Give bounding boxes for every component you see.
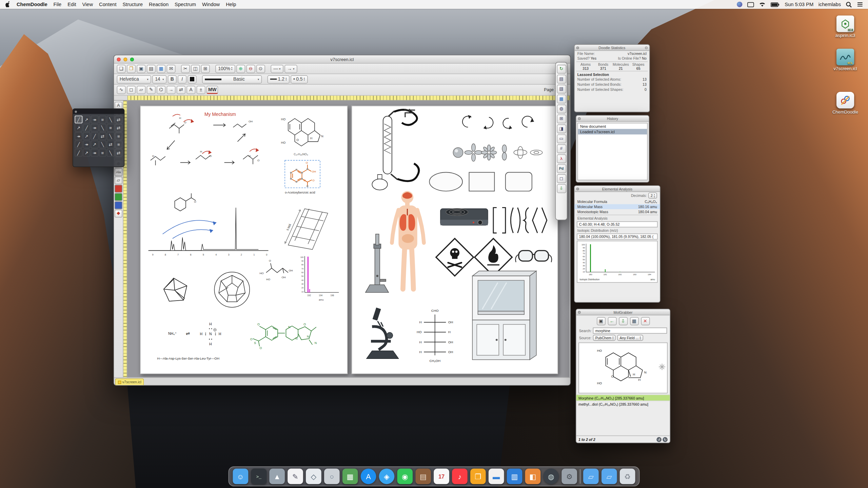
- dock-contacts[interactable]: ▤: [415, 469, 431, 484]
- aspirin-structure-selected[interactable]: O OH O O: [285, 160, 320, 188]
- line-style-cell[interactable]: ↠: [83, 141, 90, 148]
- paste-button[interactable]: ⊞: [201, 64, 210, 73]
- menu-reaction[interactable]: Reaction: [149, 2, 169, 7]
- blue-color-swatch[interactable]: [115, 201, 122, 209]
- dock-launchpad[interactable]: ▲: [269, 469, 285, 484]
- bunsen-burner-drawing[interactable]: [366, 234, 389, 292]
- line-style-cell[interactable]: ⇄: [107, 141, 114, 148]
- line-style-cell[interactable]: ⇄: [115, 116, 122, 123]
- document-tab[interactable]: v7screen.icl: [115, 379, 144, 385]
- line-style-cell[interactable]: ╱: [75, 141, 82, 148]
- line-style-cell[interactable]: ╲: [107, 149, 114, 157]
- menu-spectrum[interactable]: Spectrum: [175, 2, 196, 7]
- dock-books[interactable]: ❐: [470, 469, 486, 484]
- line-style-cell[interactable]: ≡: [107, 124, 114, 132]
- line-style-cell[interactable]: ↠: [91, 149, 98, 157]
- peptide-sequence-text[interactable]: H—Ala-Asp-Lys-Ser-Ser-Ala-Leu-Tyr—OH: [157, 357, 219, 360]
- dock-keynote[interactable]: ▬: [489, 469, 504, 484]
- document-page-1[interactable]: My Mechanism: [140, 106, 348, 374]
- cage-molecule-drawing[interactable]: [164, 278, 187, 301]
- benzene-tool-button[interactable]: ⌬: [157, 86, 165, 94]
- charge-tool-button[interactable]: ±: [197, 86, 205, 94]
- dock-molecule-viewer[interactable]: ○: [324, 469, 340, 484]
- panel-titlebar[interactable]: MolGrabber: [576, 309, 670, 316]
- result-row[interactable]: methyl...diol (C₁₇H₁₉NO₃) [285.337660 am…: [576, 401, 670, 407]
- line-style-cell[interactable]: ↗: [75, 124, 82, 132]
- toxic-hazard-sign[interactable]: [436, 239, 474, 276]
- human-anatomy-drawing[interactable]: [392, 191, 424, 289]
- line-style-cell[interactable]: ↗: [83, 149, 90, 157]
- desktop-icon-chemdoodle-app[interactable]: ChemDoodle: [829, 92, 862, 115]
- shapes-button[interactable]: ▧: [557, 85, 566, 94]
- tv-button[interactable]: ▭: [557, 135, 566, 143]
- rectangle-shape[interactable]: [469, 172, 494, 191]
- font-family-select[interactable]: Helvetica▾: [117, 75, 151, 83]
- doodle-style-select[interactable]: Basic▾: [202, 75, 262, 83]
- green-color-swatch[interactable]: [115, 193, 122, 201]
- periodic-table-button[interactable]: Pd: [557, 164, 566, 173]
- dock-terminal[interactable]: >_: [251, 469, 267, 484]
- menu-window[interactable]: Window: [202, 2, 220, 7]
- structure-preview[interactable]: HO O HO N H H: [578, 343, 668, 393]
- menu-structure[interactable]: Structure: [123, 2, 143, 7]
- panel-titlebar[interactable]: History: [576, 116, 649, 122]
- tartaric-structure[interactable]: HO O OH OH HO: [259, 259, 293, 281]
- zoom-in-button[interactable]: ⊕: [236, 64, 245, 73]
- panel-close-button[interactable]: [576, 187, 579, 190]
- desktop-icon-aspirin[interactable]: IC3 aspirin.ic3: [829, 16, 862, 38]
- print-button[interactable]: ▤: [147, 64, 156, 73]
- microscope-drawing[interactable]: [367, 307, 398, 359]
- circular-arrows[interactable]: [462, 115, 534, 129]
- line-style-cell[interactable]: ⇄: [99, 132, 106, 140]
- rounded-rectangle-shape[interactable]: [506, 172, 532, 191]
- pager-next-button[interactable]: ↻: [663, 437, 668, 442]
- horizontal-ruler[interactable]: [127, 96, 570, 101]
- calculator-button[interactable]: #: [557, 144, 566, 153]
- molgrabber-save-button[interactable]: ▣: [596, 317, 605, 325]
- lambda-tool-button[interactable]: λ: [557, 155, 566, 163]
- picture-button[interactable]: ▦: [557, 95, 566, 103]
- new-document-button[interactable]: ❏: [117, 64, 125, 73]
- apple-menu[interactable]: [5, 1, 11, 8]
- dock-tile-app[interactable]: ▦: [342, 469, 358, 484]
- line-style-cell[interactable]: ↠: [75, 132, 82, 140]
- image-export-button[interactable]: ▦: [157, 64, 165, 73]
- line-style-cell[interactable]: ≡: [99, 149, 106, 157]
- result-row-selected[interactable]: Morphine (C₁₇H₁₉NO₃) [285.337660 amu]: [576, 394, 670, 401]
- molgrabber-back-button[interactable]: ←: [608, 317, 616, 325]
- pager-prev-button[interactable]: ↺: [656, 437, 662, 442]
- molecular-weight-button[interactable]: MW: [206, 86, 218, 94]
- dock-finder[interactable]: ☺: [233, 469, 249, 484]
- line-style-cell[interactable]: ╱: [75, 116, 82, 123]
- condenser-drawing[interactable]: [372, 109, 419, 190]
- red-color-swatch[interactable]: [115, 185, 122, 192]
- menu-view[interactable]: View: [82, 2, 93, 7]
- fetch-button[interactable]: ⇩: [557, 184, 566, 193]
- zoom-level-select[interactable]: 100%▴▾: [215, 64, 235, 73]
- window-titlebar[interactable]: v7screen.icl: [114, 55, 570, 63]
- line-style-cell[interactable]: ≡: [115, 132, 122, 140]
- grid-button[interactable]: ⊞: [557, 115, 566, 123]
- eraser-tool-button[interactable]: ▱: [137, 86, 145, 94]
- line-style-cell[interactable]: ⇄: [115, 124, 122, 132]
- menu-app-name[interactable]: ChemDoodle: [17, 2, 47, 7]
- line-style-cell[interactable]: ≡: [115, 141, 122, 148]
- dock-folder-b[interactable]: ▱: [601, 469, 617, 484]
- morphine-structure[interactable]: [288, 119, 320, 146]
- italic-button[interactable]: I: [178, 75, 186, 83]
- pencil-tool-button[interactable]: ✎: [147, 86, 156, 94]
- aspirin-label[interactable]: o-Acetoxybenzoic acid: [285, 191, 315, 194]
- zoom-out-button[interactable]: ⊖: [246, 64, 255, 73]
- fullerene-drawing[interactable]: [214, 272, 250, 307]
- wifi-icon[interactable]: [759, 1, 766, 8]
- line-style-cell[interactable]: ╱: [91, 132, 98, 140]
- marquee-button[interactable]: ◻: [557, 174, 566, 183]
- source-select[interactable]: PubChem▴▾: [593, 335, 616, 341]
- menu-content[interactable]: Content: [99, 2, 116, 7]
- menu-file[interactable]: File: [54, 2, 62, 7]
- text-tool-button[interactable]: A: [186, 86, 195, 94]
- molgrabber-fetch-button[interactable]: ⇩: [618, 317, 627, 325]
- bracket-shapes[interactable]: [493, 208, 547, 233]
- line-style-cell[interactable]: ↗: [83, 116, 90, 123]
- copy-button[interactable]: ◫: [191, 64, 200, 73]
